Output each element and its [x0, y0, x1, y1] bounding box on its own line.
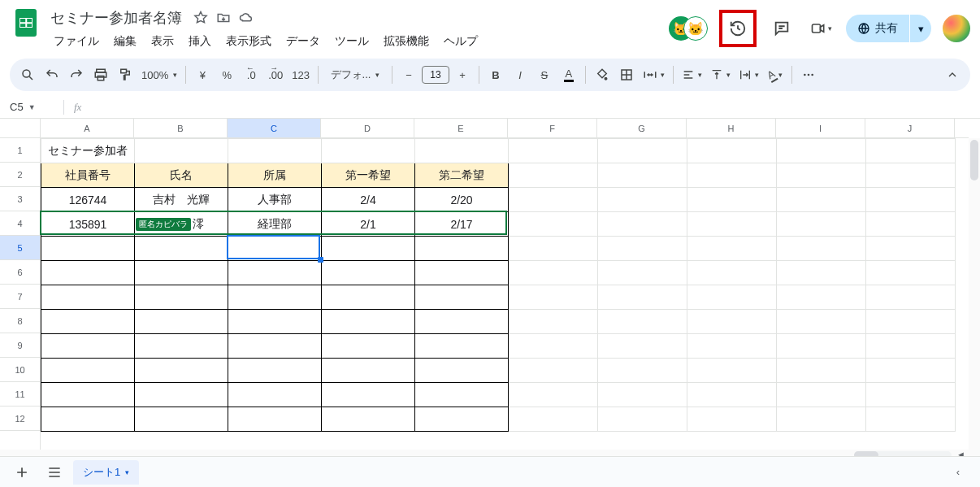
- cell-H10[interactable]: [687, 359, 777, 383]
- cell-G1[interactable]: [598, 139, 687, 163]
- cell-J2[interactable]: [866, 163, 956, 188]
- cell-E5[interactable]: [415, 237, 509, 261]
- cell-A2[interactable]: 社員番号: [41, 163, 135, 188]
- col-header-D[interactable]: D: [321, 119, 414, 137]
- cell-H8[interactable]: [687, 310, 777, 334]
- cell-B9[interactable]: [135, 334, 228, 359]
- cell-C4[interactable]: 経理部: [228, 212, 322, 237]
- share-button[interactable]: 共有: [846, 15, 909, 42]
- cell-J11[interactable]: [866, 383, 956, 407]
- cell-E11[interactable]: [415, 383, 509, 407]
- comments-icon[interactable]: [768, 15, 796, 42]
- cell-F10[interactable]: [509, 359, 598, 383]
- cell-E9[interactable]: [415, 334, 509, 359]
- cell-B6[interactable]: [135, 261, 228, 285]
- star-icon[interactable]: [193, 11, 208, 25]
- cell-F12[interactable]: [509, 407, 598, 432]
- cell-J9[interactable]: [866, 334, 956, 359]
- col-header-H[interactable]: H: [687, 119, 776, 137]
- select-all-corner[interactable]: [0, 119, 41, 138]
- cell-F11[interactable]: [509, 383, 598, 407]
- cell-I5[interactable]: [777, 237, 866, 261]
- menu-edit[interactable]: 編集: [107, 31, 143, 52]
- cell-E10[interactable]: [415, 359, 509, 383]
- cell-H1[interactable]: [687, 139, 777, 163]
- cell-G8[interactable]: [598, 310, 687, 334]
- undo-icon[interactable]: [41, 63, 63, 86]
- cell-E2[interactable]: 第二希望: [415, 163, 509, 188]
- cell-A12[interactable]: [41, 407, 135, 432]
- cell-D2[interactable]: 第一希望: [322, 163, 415, 188]
- cell-C10[interactable]: [228, 359, 322, 383]
- col-header-A[interactable]: A: [41, 119, 134, 137]
- cell-H7[interactable]: [687, 285, 777, 310]
- cell-G6[interactable]: [598, 261, 687, 285]
- cell-D3[interactable]: 2/4: [322, 188, 415, 212]
- collapse-toolbar-icon[interactable]: [941, 63, 964, 86]
- row-header-1[interactable]: 1: [0, 138, 40, 163]
- strikethrough-button[interactable]: S: [533, 63, 556, 86]
- cell-J7[interactable]: [866, 285, 956, 310]
- cell-J10[interactable]: [866, 359, 956, 383]
- cell-E3[interactable]: 2/20: [415, 188, 509, 212]
- wrap-button[interactable]: ▾: [735, 63, 762, 86]
- cell-C7[interactable]: [228, 285, 322, 310]
- cell-C8[interactable]: [228, 310, 322, 334]
- cell-J4[interactable]: [866, 212, 956, 237]
- row-header-6[interactable]: 6: [0, 260, 40, 285]
- cell-C5[interactable]: [228, 237, 322, 261]
- menu-format[interactable]: 表示形式: [219, 31, 278, 52]
- borders-button[interactable]: [615, 63, 638, 86]
- cell-B3[interactable]: 吉村 光輝: [135, 188, 228, 212]
- font-select[interactable]: デフォ... ▾: [323, 63, 387, 86]
- increase-decimal-button[interactable]: .00→: [264, 63, 287, 86]
- cell-E7[interactable]: [415, 285, 509, 310]
- cell-F6[interactable]: [509, 261, 598, 285]
- cell-G7[interactable]: [598, 285, 687, 310]
- cell-G10[interactable]: [598, 359, 687, 383]
- print-icon[interactable]: [89, 63, 112, 86]
- cell-I12[interactable]: [777, 407, 866, 432]
- cell-G12[interactable]: [598, 407, 687, 432]
- menu-view[interactable]: 表示: [145, 31, 180, 52]
- cell-F3[interactable]: [509, 188, 598, 212]
- cell-E12[interactable]: [415, 407, 509, 432]
- cell-B5[interactable]: [135, 237, 228, 261]
- cell-D9[interactable]: [322, 334, 415, 359]
- cell-H3[interactable]: [687, 188, 777, 212]
- menu-extensions[interactable]: 拡張機能: [377, 31, 436, 52]
- text-color-button[interactable]: A: [557, 63, 580, 86]
- all-sheets-button[interactable]: [41, 460, 68, 485]
- cell-I4[interactable]: [777, 212, 866, 237]
- cell-D12[interactable]: [322, 407, 415, 432]
- cell-F9[interactable]: [509, 334, 598, 359]
- explore-button[interactable]: ‹: [944, 460, 972, 485]
- cell-B7[interactable]: [135, 285, 228, 310]
- cell-A3[interactable]: 126744: [41, 188, 135, 212]
- menu-insert[interactable]: 挿入: [182, 31, 218, 52]
- cell-H4[interactable]: [687, 212, 777, 237]
- zoom-select[interactable]: 100% ▾: [138, 63, 180, 86]
- cell-C9[interactable]: [228, 334, 322, 359]
- cell-G11[interactable]: [598, 383, 687, 407]
- row-header-10[interactable]: 10: [0, 358, 40, 382]
- row-header-3[interactable]: 3: [0, 187, 40, 211]
- merge-button[interactable]: ▾: [640, 63, 668, 86]
- rotate-button[interactable]: A▾: [764, 63, 787, 86]
- cell-I6[interactable]: [777, 261, 866, 285]
- cell-C6[interactable]: [228, 261, 322, 285]
- cell-I2[interactable]: [777, 163, 866, 188]
- cell-J6[interactable]: [866, 261, 956, 285]
- cell-B11[interactable]: [135, 383, 228, 407]
- name-box[interactable]: C5 ▼: [0, 101, 59, 113]
- add-sheet-button[interactable]: [8, 460, 36, 485]
- cell-C3[interactable]: 人事部: [228, 188, 322, 212]
- col-header-B[interactable]: B: [134, 119, 228, 137]
- cell-F7[interactable]: [509, 285, 598, 310]
- cell-A9[interactable]: [41, 334, 135, 359]
- row-header-7[interactable]: 7: [0, 285, 40, 309]
- decrease-decimal-button[interactable]: .0←: [240, 63, 262, 86]
- spreadsheet-grid[interactable]: ABCDEFGHIJ 123456789101112 セミナー参加者社員番号氏名…: [0, 119, 980, 460]
- cell-A4[interactable]: 135891: [41, 212, 135, 237]
- cell-C11[interactable]: [228, 383, 322, 407]
